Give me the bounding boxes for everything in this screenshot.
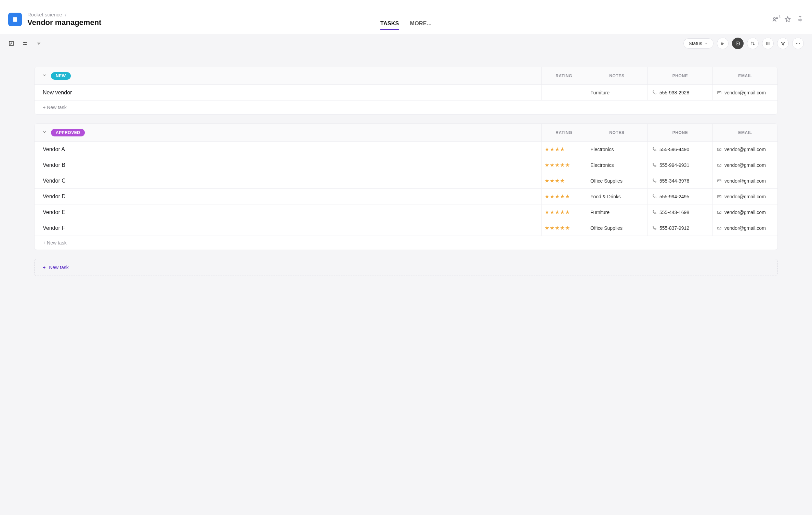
svg-rect-1 <box>13 18 13 18</box>
folder-icon[interactable] <box>8 13 22 26</box>
phone-cell[interactable]: 555-837-9912 <box>647 220 712 236</box>
star-icon: ★ <box>550 209 554 215</box>
breadcrumb[interactable]: Rocket science / <box>27 12 101 17</box>
status-pill-new[interactable]: NEW <box>51 72 71 80</box>
star-icon: ★ <box>545 193 549 200</box>
table-row[interactable]: Vendor A★★★★Electronics555-596-4490vendo… <box>35 142 777 157</box>
table-row[interactable]: Vendor B★★★★★Electronics555-994-9931vend… <box>35 157 777 173</box>
checklist-view-button[interactable] <box>732 38 744 49</box>
vendor-name[interactable]: Vendor D <box>35 189 541 204</box>
add-task-row[interactable]: + New task <box>35 236 777 250</box>
rating-cell[interactable]: ★★★★★ <box>541 157 586 173</box>
star-icon: ★ <box>550 193 554 200</box>
star-icon: ★ <box>545 177 549 184</box>
email-cell[interactable]: vendor@gmail.com <box>712 157 777 173</box>
share-icon[interactable]: 1 <box>772 16 779 23</box>
table-row[interactable]: Vendor E★★★★★Furniture555-443-1698vendor… <box>35 204 777 220</box>
email-cell[interactable]: vendor@gmail.com <box>712 220 777 236</box>
vendor-name[interactable]: Vendor B <box>35 157 541 173</box>
rating-cell[interactable]: ★★★★★ <box>541 204 586 220</box>
table-row[interactable]: Vendor C★★★★Office Supplies555-344-3976v… <box>35 173 777 189</box>
svg-point-4 <box>774 17 776 19</box>
star-icon[interactable] <box>784 16 791 23</box>
collapse-toggle[interactable] <box>42 73 47 79</box>
star-icon: ★ <box>555 209 560 215</box>
vendor-name[interactable]: New vendor <box>35 85 541 100</box>
columns-button[interactable] <box>762 38 774 49</box>
more-options-button[interactable] <box>792 38 804 49</box>
svg-point-10 <box>799 43 800 44</box>
vendor-name[interactable]: Vendor E <box>35 204 541 220</box>
star-icon: ★ <box>560 193 565 200</box>
notes-cell[interactable]: Food & Drinks <box>586 189 647 204</box>
email-cell[interactable]: vendor@gmail.com <box>712 142 777 157</box>
filter-button[interactable] <box>777 38 789 49</box>
star-icon: ★ <box>545 225 549 231</box>
notes-cell[interactable]: Furniture <box>586 204 647 220</box>
tab-tasks[interactable]: TASKS <box>380 21 399 36</box>
rating-cell[interactable]: ★★★★★ <box>541 220 586 236</box>
gantt-view-button[interactable] <box>717 38 729 49</box>
svg-rect-3 <box>13 20 13 21</box>
star-icon: ★ <box>545 209 549 215</box>
column-header-email[interactable]: EMAIL <box>712 67 777 84</box>
notes-cell[interactable]: Office Supplies <box>586 220 647 236</box>
rating-cell[interactable] <box>541 85 586 100</box>
expand-icon[interactable] <box>8 40 14 47</box>
status-dropdown-label: Status <box>689 41 702 46</box>
notes-cell[interactable]: Furniture <box>586 85 647 100</box>
phone-cell[interactable]: 555-344-3976 <box>647 173 712 188</box>
phone-cell[interactable]: 555-994-2495 <box>647 189 712 204</box>
star-icon: ★ <box>565 193 570 200</box>
vendor-name[interactable]: Vendor C <box>35 173 541 188</box>
email-cell[interactable]: vendor@gmail.com <box>712 173 777 188</box>
vendor-name[interactable]: Vendor F <box>35 220 541 236</box>
star-icon: ★ <box>565 162 570 168</box>
star-icon: ★ <box>545 162 549 168</box>
phone-cell[interactable]: 555-994-9931 <box>647 157 712 173</box>
star-icon: ★ <box>555 177 560 184</box>
column-header-notes[interactable]: NOTES <box>586 67 647 84</box>
column-header-rating[interactable]: RATING <box>541 67 586 84</box>
sort-button[interactable] <box>747 38 759 49</box>
table-row[interactable]: Vendor F★★★★★Office Supplies555-837-9912… <box>35 220 777 236</box>
tab-more[interactable]: MORE... <box>410 21 432 36</box>
pin-icon[interactable] <box>796 16 804 23</box>
rating-cell[interactable]: ★★★★ <box>541 173 586 188</box>
email-cell[interactable]: vendor@gmail.com <box>712 204 777 220</box>
star-icon: ★ <box>560 146 565 153</box>
email-cell[interactable]: vendor@gmail.com <box>712 189 777 204</box>
content-area: NEWRATINGNOTESPHONEEMAILNew vendorFurnit… <box>0 53 812 515</box>
rating-cell[interactable]: ★★★★★ <box>541 189 586 204</box>
vendor-name[interactable]: Vendor A <box>35 142 541 157</box>
column-header-phone[interactable]: PHONE <box>647 67 712 84</box>
new-task-bottom[interactable]: + New task <box>34 259 778 276</box>
svg-rect-0 <box>13 17 17 22</box>
notes-cell[interactable]: Electronics <box>586 157 647 173</box>
notes-cell[interactable]: Electronics <box>586 142 647 157</box>
star-icon: ★ <box>560 177 565 184</box>
status-pill-approved[interactable]: APPROVED <box>51 129 85 136</box>
phone-cell[interactable]: 555-443-1698 <box>647 204 712 220</box>
status-dropdown[interactable]: Status <box>683 38 713 49</box>
add-task-row[interactable]: + New task <box>35 101 777 114</box>
table-row[interactable]: New vendorFurniture555-938-2928vendor@gm… <box>35 85 777 101</box>
notes-cell[interactable]: Office Supplies <box>586 173 647 188</box>
star-icon: ★ <box>555 162 560 168</box>
column-header-rating[interactable]: RATING <box>541 124 586 141</box>
phone-cell[interactable]: 555-938-2928 <box>647 85 712 100</box>
adjust-icon[interactable] <box>22 40 28 47</box>
table-row[interactable]: Vendor D★★★★★Food & Drinks555-994-2495ve… <box>35 189 777 204</box>
filter-settings-icon[interactable] <box>36 40 42 47</box>
share-count-badge: 1 <box>778 14 781 18</box>
email-cell[interactable]: vendor@gmail.com <box>712 85 777 100</box>
column-header-email[interactable]: EMAIL <box>712 124 777 141</box>
star-icon: ★ <box>550 146 554 153</box>
collapse-toggle[interactable] <box>42 130 47 136</box>
column-header-phone[interactable]: PHONE <box>647 124 712 141</box>
phone-cell[interactable]: 555-596-4490 <box>647 142 712 157</box>
breadcrumb-parent[interactable]: Rocket science <box>27 12 62 17</box>
column-header-notes[interactable]: NOTES <box>586 124 647 141</box>
rating-cell[interactable]: ★★★★ <box>541 142 586 157</box>
status-group-approved: APPROVEDRATINGNOTESPHONEEMAILVendor A★★★… <box>34 123 778 250</box>
